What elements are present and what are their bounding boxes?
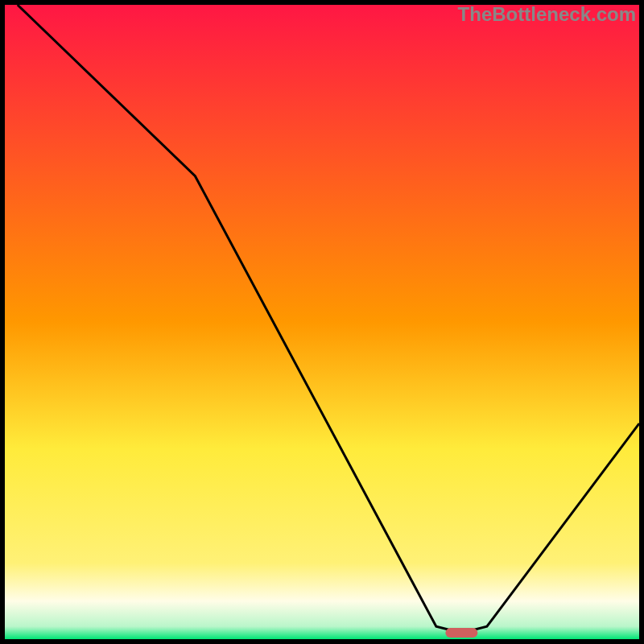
watermark-text: TheBottleneck.com [458,3,636,26]
chart-svg [5,5,639,639]
chart-background [5,5,639,639]
chart-frame [0,0,644,644]
optimal-marker [445,628,477,638]
